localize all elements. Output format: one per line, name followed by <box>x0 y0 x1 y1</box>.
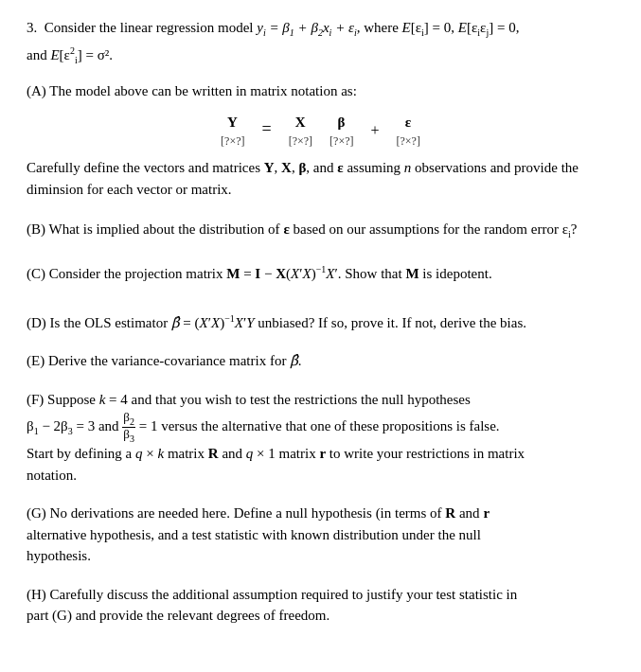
line2-text: and E[ε2i] = σ². <box>27 47 113 62</box>
matrix-Y: Y [?×?] <box>221 112 244 150</box>
X-label: X <box>295 112 306 133</box>
part-a-desc: Carefully define the vectors and matrice… <box>27 157 614 200</box>
X-dim: [?×?] <box>289 133 312 150</box>
part-g-line1: (G) No derivations are needed here. Defi… <box>27 503 614 524</box>
part-b-label: (B) <box>27 221 48 237</box>
part-c-text: Consider the projection matrix M = I − X… <box>49 266 492 281</box>
part-b: (B) What is implied about the distributi… <box>27 219 614 241</box>
part-g-line2: alternative hypothesis, and a test stati… <box>27 524 614 546</box>
beta-dim: [?×?] <box>329 133 353 150</box>
part-a-text: The model above can be written in matrix… <box>49 83 357 98</box>
part-b-content: (B) What is implied about the distributi… <box>27 219 614 241</box>
fraction-b2-b3: β2β3 <box>122 411 135 443</box>
matrix-equals: = <box>261 116 271 150</box>
part-g-label: (G) <box>27 505 50 521</box>
part-e-label: (E) <box>27 353 48 368</box>
Y-label: Y <box>227 112 238 133</box>
part-h-line1: (H) Carefully discuss the additional ass… <box>27 584 614 606</box>
matrix-X: X [?×?] <box>289 112 312 150</box>
eps-label: ε <box>405 112 412 133</box>
matrix-eps: ε [?×?] <box>397 112 420 150</box>
part-g-line3: hypothesis. <box>27 545 614 567</box>
part-h: (H) Carefully discuss the additional ass… <box>27 584 614 627</box>
part-d: (D) Is the OLS estimator β̂ = (X′X)−1X′Y… <box>27 311 614 334</box>
problem-line2: and E[ε2i] = σ². <box>27 44 614 67</box>
part-g: (G) No derivations are needed here. Defi… <box>27 503 614 567</box>
part-d-label: (D) <box>27 315 50 330</box>
part-f-line2: β1 − 2β3 = 3 and β2β3 = 1 versus the alt… <box>27 411 614 443</box>
part-c-label: (C) <box>27 266 49 281</box>
part-a-label: (A) <box>27 83 49 98</box>
part-f: (F) Suppose k = 4 and that you wish to t… <box>27 389 614 486</box>
problem-header: 3. Consider the linear regression model … <box>27 17 614 40</box>
part-f-text1: Suppose k = 4 and that you wish to test … <box>47 392 471 407</box>
part-a-header: (A) The model above can be written in ma… <box>27 80 614 102</box>
part-f-content: (F) Suppose k = 4 and that you wish to t… <box>27 389 614 486</box>
part-h-content: (H) Carefully discuss the additional ass… <box>27 584 614 627</box>
part-f-line4: notation. <box>27 465 614 486</box>
intro-text: Consider the linear regression model yi … <box>45 20 520 35</box>
part-e-content: (E) Derive the variance-covariance matri… <box>27 350 614 372</box>
part-f-line1: (F) Suppose k = 4 and that you wish to t… <box>27 389 614 411</box>
part-h-line2: part (G) and provide the relevant degree… <box>27 605 614 627</box>
part-h-label: (H) <box>27 587 50 602</box>
part-h-text1: Carefully discuss the additional assumpt… <box>50 587 518 602</box>
part-c: (C) Consider the projection matrix M = I… <box>27 262 614 285</box>
part-d-content: (D) Is the OLS estimator β̂ = (X′X)−1X′Y… <box>27 311 614 334</box>
part-c-content: (C) Consider the projection matrix M = I… <box>27 262 614 285</box>
eps-dim: [?×?] <box>397 133 420 150</box>
matrix-plus: + <box>370 119 379 150</box>
part-b-text: What is implied about the distribution o… <box>48 221 577 237</box>
problem-3: 3. Consider the linear regression model … <box>27 17 614 627</box>
part-a: (A) The model above can be written in ma… <box>27 80 614 200</box>
matrix-beta: β [?×?] <box>329 112 353 150</box>
part-e-text: Derive the variance-covariance matrix fo… <box>48 353 302 368</box>
part-g-text1: No derivations are needed here. Define a… <box>50 505 490 521</box>
part-d-text: Is the OLS estimator β̂ = (X′X)−1X′Y unb… <box>50 315 526 330</box>
part-f-label: (F) <box>27 392 47 407</box>
part-g-content: (G) No derivations are needed here. Defi… <box>27 503 614 567</box>
part-f-line3: Start by defining a q × k matrix R and q… <box>27 443 614 465</box>
Y-dim: [?×?] <box>221 133 244 150</box>
problem-number: 3. <box>27 20 45 35</box>
part-e: (E) Derive the variance-covariance matri… <box>27 350 614 372</box>
matrix-equation: Y [?×?] = X [?×?] β [?×?] + ε [?×?] <box>27 112 614 150</box>
beta-label: β <box>338 112 346 133</box>
